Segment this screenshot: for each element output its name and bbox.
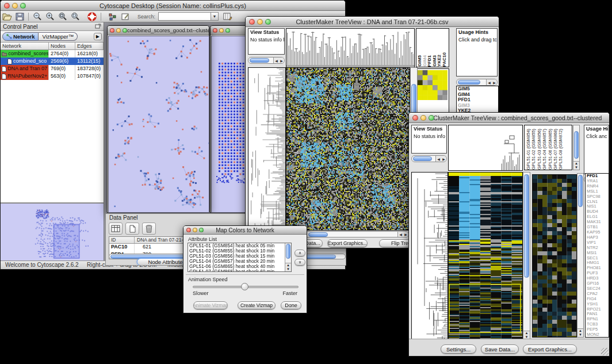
tv2-export-graphics-button[interactable]: Export Graphics... [523,344,577,354]
zoom-button[interactable] [265,19,271,25]
tv1-heatmap-canvas[interactable] [286,67,410,231]
scroll-left-icon[interactable]: ◀ [487,81,492,85]
tv2-column-label[interactable]: GPL51-02 (GSM855) [531,129,536,170]
scroll-right-icon[interactable]: ▶ [492,81,497,85]
minimize-button[interactable] [116,28,121,33]
scroll-arrows[interactable]: ▲▼ [285,263,291,271]
scroll-arrows[interactable]: ▲▼ [577,328,583,337]
attribute-item[interactable]: GPL51-07 (GSM868) heat shock 60 min [188,269,291,272]
tv2-zoom-scrollbar[interactable]: ▲▼ [577,173,584,338]
scroll-left-icon[interactable]: ◀ [398,232,403,236]
tv2-column-label[interactable]: GPL51-08 (GSM872) [558,129,563,170]
scroll-arrows[interactable]: ▲▼ [573,161,579,170]
help-ring-icon[interactable] [86,12,98,21]
tv2-column-label[interactable]: GPL51-06 (GSM865) [548,129,553,170]
create-vizmap-button[interactable]: Create Vizmap [238,301,276,309]
zoom-button[interactable] [429,115,434,121]
attribute-listbox[interactable]: GPL51-01 (GSM854) heat shock 05 minGPL51… [188,243,292,272]
tv2-status-scrollbar[interactable]: ◀▶ [411,155,447,162]
close-button[interactable] [249,19,255,25]
tv2-row-dendrogram-canvas[interactable] [411,172,448,340]
close-button[interactable] [4,3,10,9]
table-row[interactable]: combined_scores_ 2764(0) 16218(0) [1,50,104,58]
network-titlebar[interactable]: combined_scores_good.txt--cluste... [108,26,209,35]
dialog-titlebar[interactable]: Map Colors to Network [183,226,307,235]
tab-vizmapper[interactable]: VizMapper™ [39,32,78,41]
zoom-out-icon[interactable] [32,12,43,21]
minimize-button[interactable] [12,3,18,9]
open-icon[interactable] [1,12,13,21]
close-button[interactable] [186,228,191,232]
scroll-left-icon[interactable]: ◀ [436,157,441,161]
minimize-button[interactable] [193,228,197,232]
move-down-button[interactable]: ∨ [294,259,305,266]
scroll-right-icon[interactable]: ▶ [279,59,284,63]
tv2-column-label[interactable]: GPL51-03 (GSM856) [537,129,542,170]
column-edges[interactable]: Edges [75,43,104,49]
minimize-button[interactable] [219,28,224,33]
column-id[interactable]: ID [109,237,135,243]
treeview2-titlebar[interactable]: ClusterMaker TreeView : combined_scores_… [409,113,609,123]
tv2-save-data-button[interactable]: Save Data... [481,344,519,354]
tv1-hints-scrollbar[interactable]: ◀▶ [456,79,498,86]
file-icon[interactable] [125,223,139,235]
tv2-column-label[interactable]: GPL51-01 (GSM854) [526,129,531,170]
zoom-fit-icon[interactable] [57,12,68,21]
annotation-icon[interactable] [120,12,131,21]
tv2-gene-label[interactable]: MON2 [586,332,609,338]
zoom-button[interactable] [199,228,204,232]
scroll-arrows[interactable]: ▲▼ [523,331,530,339]
resize-grip[interactable] [601,348,609,355]
tv1-export-graphics-button[interactable]: Export Graphics... [327,239,368,247]
close-button[interactable] [213,28,217,33]
search-dropdown-arrow[interactable]: ▼ [211,12,219,21]
trash-icon[interactable] [142,223,156,235]
tv2-settings-button[interactable]: Settings... [441,344,476,354]
tv1-row-dendrogram-canvas[interactable] [248,67,286,231]
table-icon[interactable] [109,223,123,235]
float-icon[interactable] [95,24,101,29]
tab-network[interactable]: Network [2,32,39,41]
scroll-right-icon[interactable]: ▶ [403,232,408,236]
tv2-zoom-heatmap-canvas[interactable] [532,174,577,338]
save-icon[interactable] [14,12,25,21]
table-row[interactable]: RNAPuberNov2+ 563(0) 107847(0) [1,72,104,80]
tv1-column-label[interactable]: PAC10 [442,52,447,67]
network-small-icon[interactable] [107,12,118,21]
table-row-selected[interactable]: combined_sco 2569(6) 13112(15) [1,58,104,65]
scroll-right-icon[interactable]: ▶ [441,157,446,161]
tab-overflow-button[interactable]: ▶ [94,33,102,40]
tv1-matrix-canvas[interactable] [418,70,447,100]
treeview1-titlebar[interactable]: ClusterMaker TreeView : DNA and Tran 07-… [246,17,499,27]
column-network[interactable]: Network [1,43,49,49]
attribute-list-scrollbar[interactable]: ▲▼ [285,243,291,271]
search-input[interactable] [158,12,211,21]
tv1-col-dendrogram-canvas[interactable] [286,28,415,68]
zoom-button[interactable] [20,3,26,9]
minimize-button[interactable] [257,19,263,25]
zoom-button[interactable] [123,28,127,33]
network1-canvas[interactable] [108,36,209,213]
tv2-labels-scrollbar[interactable]: ▲▼ [573,125,580,170]
birdseye-canvas[interactable] [1,202,104,260]
minimize-button[interactable] [420,115,426,121]
tv2-column-label[interactable]: GPL51-04 (GSM857) [542,129,547,170]
close-button[interactable] [412,115,418,121]
zoom-button[interactable] [225,28,230,33]
table-row[interactable]: DNA and Tran 07 769(0) 183728(0) [1,65,104,72]
tv2-heatmap-canvas[interactable] [448,172,523,340]
zoom-selected-icon[interactable] [70,12,81,21]
column-nodes[interactable]: Nodes [49,43,75,49]
tv2-col-dendrogram-canvas[interactable] [448,125,523,171]
tv2-vertical-scrollbar[interactable]: ▲▼ [523,172,530,340]
cytoscape-titlebar[interactable]: Cytoscape Desktop (Session Name: collins… [1,1,345,11]
zoom-in-icon[interactable] [44,12,56,21]
slider-thumb[interactable] [241,283,248,290]
animate-vizmap-button[interactable]: Animate Vizmap [193,301,228,309]
search-config-icon[interactable] [222,12,234,21]
move-up-button[interactable]: ∧ [294,250,305,256]
scroll-left-icon[interactable]: ◀ [274,59,279,63]
close-button[interactable] [110,28,114,33]
done-button[interactable]: Done [281,301,301,309]
tv1-status-scrollbar[interactable]: ◀▶ [248,57,285,64]
